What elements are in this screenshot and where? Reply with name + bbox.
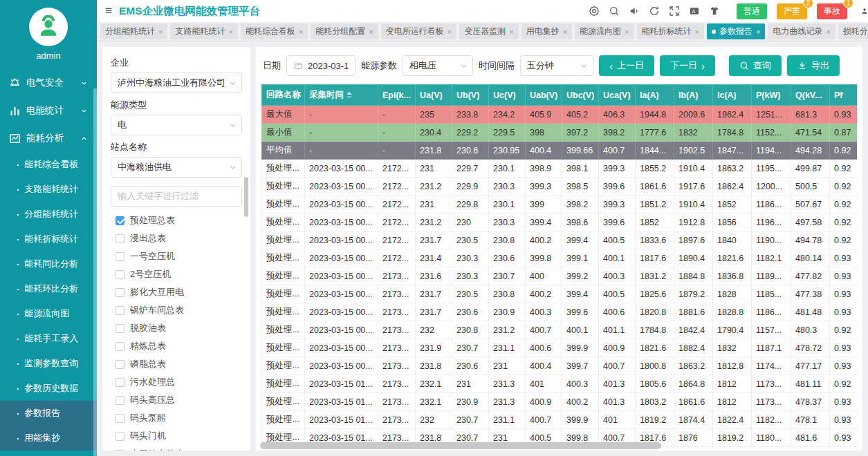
- column-header[interactable]: Uc(V): [489, 85, 526, 106]
- close-icon[interactable]: ×: [826, 28, 830, 36]
- close-icon[interactable]: ×: [509, 28, 513, 36]
- fullscreen-icon[interactable]: [669, 6, 680, 17]
- close-icon[interactable]: ×: [369, 28, 373, 36]
- column-header[interactable]: Pf: [830, 85, 858, 106]
- tab[interactable]: 变电所运行看板×: [381, 23, 456, 39]
- meter-checkbox[interactable]: [116, 396, 124, 405]
- tab[interactable]: 支路能耗统计×: [170, 23, 237, 39]
- tab[interactable]: 损耗分析×: [838, 23, 868, 39]
- column-header[interactable]: Epi(k...: [378, 85, 416, 106]
- tab[interactable]: 用电集抄×: [521, 23, 572, 39]
- close-icon[interactable]: ×: [756, 28, 760, 36]
- column-header[interactable]: Uab(V): [526, 85, 562, 106]
- meter-item[interactable]: 预处理总表: [111, 211, 242, 229]
- table-row[interactable]: 预处理...2023-03-15 00...2172...231229.8230…: [262, 196, 858, 213]
- column-header[interactable]: Ib(A): [674, 85, 713, 106]
- meter-checkbox[interactable]: [116, 450, 124, 451]
- table-row[interactable]: 预处理...2023-03-15 00...2172...231229.7230…: [262, 160, 858, 178]
- meter-item[interactable]: 大豆筒仓总表: [111, 445, 242, 450]
- column-header[interactable]: 采集时间: [305, 85, 378, 106]
- theme-icon[interactable]: [709, 6, 720, 17]
- sidebar-item[interactable]: 电气安全: [0, 69, 97, 97]
- table-row[interactable]: 预处理...2023-03-15 01...2173...232.1230.92…: [262, 393, 858, 411]
- sidebar-subitem[interactable]: ·用能集抄: [0, 426, 97, 450]
- sidebar-subitem[interactable]: ·能耗综合看板: [0, 152, 97, 177]
- table-row[interactable]: 预处理...2023-03-15 00...2173...232230.8231…: [262, 321, 858, 339]
- column-header[interactable]: Ua(V): [416, 85, 452, 106]
- volume-icon[interactable]: [629, 6, 640, 17]
- close-icon[interactable]: ×: [447, 28, 452, 36]
- close-icon[interactable]: ×: [299, 28, 303, 36]
- meter-checkbox[interactable]: [116, 306, 124, 315]
- tab[interactable]: 变压器监测×: [459, 23, 518, 39]
- energy-type-select[interactable]: 电: [111, 115, 242, 135]
- meter-item[interactable]: 一号空压机: [111, 247, 242, 265]
- meter-checkbox[interactable]: [116, 270, 124, 279]
- tab[interactable]: 分组能耗统计×: [100, 23, 167, 39]
- tab[interactable]: 能耗折标统计×: [637, 23, 704, 39]
- meter-item[interactable]: 污水处理总: [111, 373, 242, 391]
- meter-checkbox[interactable]: [116, 432, 124, 441]
- close-icon[interactable]: ×: [563, 28, 567, 36]
- meter-checkbox[interactable]: [116, 288, 124, 297]
- tab[interactable]: 参数报告×: [707, 23, 765, 39]
- sidebar-subitem[interactable]: ·分组能耗统计: [0, 202, 97, 227]
- sidebar-subitem[interactable]: ·能耗手工录入: [0, 326, 97, 351]
- sidebar-subitem[interactable]: ·参数历史数据: [0, 376, 97, 401]
- meter-item[interactable]: 码头门机: [111, 427, 242, 445]
- table-row[interactable]: 预处理...2023-03-15 00...2172...231.2229.92…: [262, 178, 858, 196]
- close-icon[interactable]: ×: [695, 28, 699, 36]
- sidebar-subitem[interactable]: ·支路能耗统计: [0, 177, 97, 202]
- energy-param-select[interactable]: 相电压: [403, 55, 473, 76]
- table-row[interactable]: 预处理...2023-03-15 00...2173...231.9230.72…: [262, 339, 858, 357]
- table-row[interactable]: 预处理...2023-03-15 00...2173...231.8230.62…: [262, 357, 858, 375]
- sort-icon[interactable]: [347, 92, 352, 99]
- table-row[interactable]: 预处理...2023-03-15 00...2173...231.6230.32…: [262, 267, 858, 285]
- table-row[interactable]: 预处理...2023-03-15 00...2172...231.4230.32…: [262, 249, 858, 267]
- close-icon[interactable]: ×: [625, 28, 629, 36]
- user-icon[interactable]: [861, 4, 868, 18]
- column-header[interactable]: Q(kV...: [791, 85, 830, 106]
- meter-list-scrollbar[interactable]: [244, 177, 248, 217]
- column-header[interactable]: Ia(A): [636, 85, 674, 106]
- sidebar-subitem[interactable]: ·能耗同比分析: [0, 251, 97, 276]
- prev-day-button[interactable]: ‹ 上一日: [599, 55, 654, 76]
- tab[interactable]: 能源流向图×: [575, 23, 634, 39]
- close-icon[interactable]: ×: [228, 28, 232, 36]
- meter-item[interactable]: 精炼总表: [111, 337, 242, 355]
- meter-item[interactable]: 码头高压总: [111, 391, 242, 409]
- meter-checkbox[interactable]: [116, 234, 124, 243]
- menu-toggle-icon[interactable]: ≡: [105, 4, 112, 18]
- table-row[interactable]: 预处理...2023-03-15 00...2173...231.7230.52…: [262, 285, 858, 303]
- interval-select[interactable]: 五分钟: [520, 55, 593, 76]
- close-icon[interactable]: ×: [158, 28, 163, 36]
- alarm-badge-0[interactable]: 普通: [737, 3, 767, 19]
- query-button[interactable]: 查询: [729, 55, 782, 76]
- station-select[interactable]: 中海粮油供电: [111, 157, 242, 178]
- table-row[interactable]: 预处理...2023-03-15 00...2172...231.7230.52…: [262, 231, 858, 249]
- column-header[interactable]: Ub(V): [452, 85, 489, 106]
- meter-item[interactable]: 浸出总表: [111, 229, 242, 247]
- horizontal-scrollbar[interactable]: [260, 442, 661, 449]
- next-day-button[interactable]: 下一日 ›: [660, 55, 715, 76]
- tab[interactable]: 电力曲线记录×: [768, 23, 835, 39]
- table-row[interactable]: 预处理...2023-03-15 01...2173...232.1231231…: [262, 375, 858, 393]
- avatar[interactable]: [29, 8, 68, 46]
- search-icon[interactable]: [609, 6, 620, 17]
- export-button[interactable]: 导出: [787, 55, 840, 76]
- table-row[interactable]: 预处理...2023-03-15 00...2172...231.2230230…: [262, 213, 858, 231]
- tab[interactable]: 能耗分组配置×: [311, 23, 378, 39]
- meter-checkbox[interactable]: [116, 360, 124, 369]
- column-header[interactable]: Ubc(V): [562, 85, 599, 106]
- tab[interactable]: 能耗综合看板×: [241, 23, 308, 39]
- column-header[interactable]: Ic(A): [713, 85, 752, 106]
- sidebar-subitem[interactable]: ·参数报告: [0, 401, 97, 426]
- meter-checkbox[interactable]: [116, 342, 124, 351]
- target-icon[interactable]: [589, 6, 600, 17]
- meter-item[interactable]: 2号空压机: [111, 265, 242, 283]
- sidebar-subitem[interactable]: ·工作能耗: [0, 450, 97, 456]
- sidebar-item[interactable]: 能耗分析: [0, 124, 97, 152]
- alarm-badge-1[interactable]: 严重2: [777, 3, 807, 19]
- meter-item[interactable]: 脱胶油表: [111, 319, 242, 337]
- font-size-icon[interactable]: A: [689, 6, 700, 17]
